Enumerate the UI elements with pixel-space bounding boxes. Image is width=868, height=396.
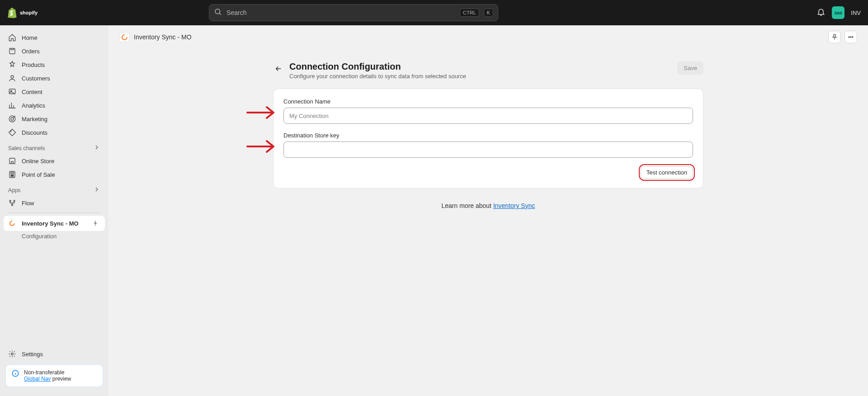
sidebar-item-inventory-sync[interactable]: Inventory Sync - MO bbox=[4, 216, 105, 231]
pin-button[interactable] bbox=[828, 31, 841, 43]
app-title: Inventory Sync - MO bbox=[134, 33, 192, 41]
search-placeholder: Search bbox=[226, 9, 455, 16]
arrow-annotation-icon bbox=[246, 104, 282, 122]
content-icon bbox=[8, 88, 16, 96]
sidebar-item-label: Inventory Sync - MO bbox=[22, 220, 79, 227]
field-connection-name: Connection Name bbox=[283, 98, 693, 124]
learn-text: Learn more about bbox=[441, 202, 493, 209]
sidebar-section-label: Sales channels bbox=[8, 145, 45, 151]
discounts-icon bbox=[8, 128, 16, 137]
kbd-ctrl: CTRL bbox=[460, 9, 479, 17]
page-title: Connection Configuration bbox=[289, 61, 466, 72]
svg-text:shopify: shopify bbox=[20, 10, 38, 15]
inventory-sync-app-icon bbox=[8, 219, 16, 227]
chevron-right-icon bbox=[93, 186, 100, 194]
more-actions-button[interactable] bbox=[844, 31, 857, 43]
info-circle-icon bbox=[11, 369, 19, 377]
alert-link[interactable]: Global Nav bbox=[24, 376, 51, 382]
sidebar-section-apps[interactable]: Apps bbox=[4, 181, 105, 196]
connection-name-input[interactable] bbox=[283, 108, 693, 124]
page-header: Connection Configuration Configure your … bbox=[262, 61, 714, 80]
svg-point-14 bbox=[13, 175, 14, 176]
destination-key-input[interactable] bbox=[283, 141, 693, 158]
save-button[interactable]: Save bbox=[677, 61, 703, 75]
svg-point-24 bbox=[850, 37, 851, 38]
sidebar-subitem-configuration[interactable]: Configuration bbox=[4, 231, 105, 241]
sidebar-section-label: Apps bbox=[8, 187, 20, 193]
sidebar-item-marketing[interactable]: Marketing bbox=[4, 112, 105, 126]
pos-icon bbox=[8, 170, 16, 179]
store-name[interactable]: INV bbox=[851, 9, 861, 16]
svg-line-2 bbox=[219, 13, 221, 15]
sidebar-item-products[interactable]: Products bbox=[4, 58, 105, 71]
sidebar-item-customers[interactable]: Customers bbox=[4, 71, 105, 85]
shopify-logo[interactable]: shopify bbox=[7, 7, 47, 18]
shopify-bag-icon bbox=[7, 7, 17, 18]
field-destination-key: Destination Store key bbox=[283, 132, 693, 158]
sidebar-item-label: Orders bbox=[22, 48, 40, 55]
svg-point-13 bbox=[12, 175, 13, 176]
sidebar-item-orders[interactable]: Orders bbox=[4, 44, 105, 58]
back-button[interactable] bbox=[273, 63, 284, 74]
svg-point-16 bbox=[12, 176, 13, 177]
gear-icon bbox=[8, 350, 16, 358]
sidebar-item-discounts[interactable]: Discounts bbox=[4, 126, 105, 139]
destination-key-label: Destination Store key bbox=[283, 132, 693, 139]
analytics-icon bbox=[8, 101, 16, 109]
svg-point-17 bbox=[13, 176, 14, 177]
divider bbox=[8, 212, 100, 213]
svg-point-20 bbox=[12, 204, 13, 206]
sidebar-item-content[interactable]: Content bbox=[4, 85, 105, 99]
config-card: Connection Name Destination Store key Te… bbox=[273, 89, 703, 189]
kbd-k: K bbox=[484, 9, 493, 17]
products-icon bbox=[8, 61, 16, 69]
arrow-annotation-icon bbox=[246, 137, 282, 156]
svg-point-15 bbox=[11, 176, 12, 177]
sidebar-item-label: Settings bbox=[22, 351, 43, 358]
sidebar-item-analytics[interactable]: Analytics bbox=[4, 99, 105, 112]
svg-point-4 bbox=[11, 75, 14, 78]
chevron-right-icon bbox=[93, 144, 100, 152]
store-icon bbox=[8, 157, 16, 165]
connection-name-label: Connection Name bbox=[283, 98, 693, 105]
app-titlebar: Inventory Sync - MO bbox=[108, 25, 868, 49]
inventory-sync-app-icon bbox=[119, 32, 129, 42]
svg-point-1 bbox=[215, 9, 220, 14]
topbar: shopify Search CTRL K sso INV bbox=[0, 0, 868, 25]
sidebar: Home Orders Products Customers Content A… bbox=[0, 25, 108, 396]
pin-icon[interactable] bbox=[90, 218, 100, 228]
svg-point-25 bbox=[852, 37, 853, 38]
svg-point-18 bbox=[9, 200, 11, 202]
sidebar-item-settings[interactable]: Settings bbox=[4, 347, 105, 361]
test-connection-button[interactable]: Test connection bbox=[641, 166, 693, 179]
alert-title: Non-transferable bbox=[24, 369, 71, 376]
search-icon bbox=[214, 8, 222, 18]
sidebar-item-home[interactable]: Home bbox=[4, 31, 105, 44]
svg-rect-11 bbox=[11, 173, 14, 174]
sidebar-item-label: Products bbox=[22, 61, 45, 68]
page-subtitle: Configure your connection details to syn… bbox=[289, 73, 466, 80]
svg-point-9 bbox=[10, 131, 11, 132]
customers-icon bbox=[8, 74, 16, 82]
shopify-wordmark-icon: shopify bbox=[20, 9, 47, 17]
search-bar[interactable]: Search CTRL K bbox=[209, 4, 498, 21]
topbar-right: sso INV bbox=[816, 6, 861, 19]
sidebar-item-label: Marketing bbox=[22, 116, 47, 123]
main-area: Inventory Sync - MO Connection Configura… bbox=[108, 25, 868, 396]
store-avatar[interactable]: sso bbox=[832, 6, 844, 19]
svg-rect-3 bbox=[9, 48, 15, 54]
preview-alert: Non-transferable Global Nav preview bbox=[5, 364, 103, 387]
sidebar-item-label: Flow bbox=[22, 200, 34, 207]
sidebar-section-channels[interactable]: Sales channels bbox=[4, 139, 105, 154]
learn-link[interactable]: Inventory Sync bbox=[493, 202, 535, 209]
sidebar-item-online-store[interactable]: Online Store bbox=[4, 154, 105, 168]
sidebar-item-pos[interactable]: Point of Sale bbox=[4, 168, 105, 181]
learn-more: Learn more about Inventory Sync bbox=[273, 202, 703, 209]
sidebar-item-label: Analytics bbox=[22, 102, 45, 109]
svg-point-12 bbox=[11, 175, 12, 176]
sidebar-item-label: Home bbox=[22, 34, 38, 41]
sidebar-item-label: Discounts bbox=[22, 129, 47, 136]
sidebar-item-flow[interactable]: Flow bbox=[4, 196, 105, 210]
notifications-icon[interactable] bbox=[816, 7, 826, 18]
flow-icon bbox=[8, 199, 16, 207]
